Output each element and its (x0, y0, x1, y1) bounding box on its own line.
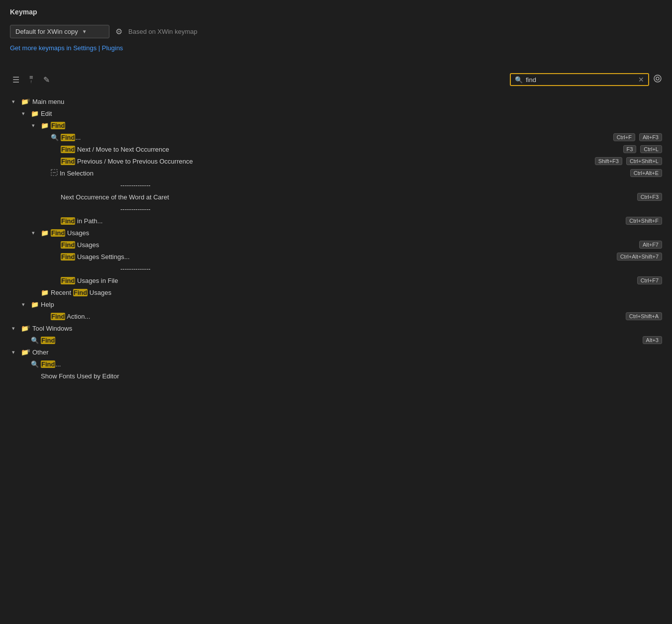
tree-row[interactable]: 🔍FindAlt+3 (10, 334, 662, 346)
shortcut-badge: Ctrl+F7 (637, 276, 662, 284)
chevron-icon[interactable]: ▾ (32, 122, 39, 129)
chevron-icon[interactable]: ▾ (12, 98, 19, 105)
folder-icon: 📁 (41, 289, 49, 296)
tree-row[interactable]: ▾📁⊞Tool Windows (10, 322, 662, 334)
tree-row-shortcuts: Ctrl+Alt+Shift+7 (615, 253, 662, 261)
tree-row-label: Find... (61, 134, 81, 141)
chevron-icon[interactable]: ▾ (32, 230, 39, 236)
chevron-icon[interactable]: ▾ (12, 349, 19, 356)
tree-row[interactable]: Find UsagesAlt+F7 (10, 239, 662, 251)
collapse-all-button[interactable]: ≡ ↑ (27, 73, 36, 87)
tree-row-shortcuts: F3Ctrl+L (621, 145, 663, 153)
tree-row[interactable]: Find in Path...Ctrl+Shift+F (10, 215, 662, 227)
folder-icon: 📁 (31, 301, 39, 308)
search-box: 🔍 ✕ (510, 73, 649, 86)
tree-row-left: Find Usages Settings... (10, 253, 615, 261)
tree-row[interactable]: ▾📁⊞Other (10, 346, 662, 358)
chevron-icon[interactable]: ▾ (12, 325, 19, 332)
tree-row[interactable]: ▾📁Help (10, 298, 662, 310)
tree-row-shortcuts: Ctrl+F7 (635, 276, 662, 284)
tree-row-left: ▾📁⊞Tool Windows (10, 325, 662, 332)
tree-row-left: Find Next / Move to Next Occurrence (10, 146, 621, 153)
tree-row-label: -------------- (120, 265, 151, 272)
chevron-icon[interactable]: ▾ (22, 110, 29, 117)
tree-row-left: 🔍Find... (10, 360, 662, 368)
tree-row-label: Recent Find Usages (51, 289, 111, 296)
find-options-button[interactable] (653, 74, 662, 85)
tree-row-label: Find... (41, 360, 61, 368)
tree-row-left: -------------- (70, 265, 662, 272)
tree-row-label: Edit (41, 110, 52, 117)
tree-row[interactable]: ▾📁Edit (10, 107, 662, 119)
tree-container: ▾📁⊞Main menu▾📁Edit▾📁Find🔍Find...Ctrl+FAl… (10, 95, 662, 382)
tree-row-shortcuts: Ctrl+Shift+F (624, 217, 662, 225)
tree-row[interactable]: Next Occurrence of the Word at CaretCtrl… (10, 191, 662, 203)
tree-row-shortcuts: Ctrl+F3 (635, 193, 662, 201)
tree-row[interactable]: Show Fonts Used by Editor (10, 370, 662, 382)
shortcut-badge: Alt+3 (643, 336, 662, 344)
tree-row[interactable]: 📁Recent Find Usages (10, 286, 662, 298)
tree-row-label: Main menu (32, 98, 64, 105)
keymap-dropdown-label: Default for XWin copy (15, 28, 78, 35)
folder-icon: 📁⊞ (21, 349, 30, 356)
tree-row-label: -------------- (120, 181, 151, 189)
expand-all-button[interactable]: ☰ (10, 74, 22, 86)
svg-point-1 (656, 77, 659, 80)
shortcut-badge: Ctrl+Alt+E (630, 169, 662, 177)
chevron-icon[interactable]: ▾ (22, 301, 29, 308)
shortcut-badge: Ctrl+Shift+A (626, 312, 662, 320)
tree-row[interactable]: Find Usages in FileCtrl+F7 (10, 274, 662, 286)
search-item-icon: 🔍 (31, 360, 39, 368)
tree-row[interactable]: Find Next / Move to Next OccurrenceF3Ctr… (10, 143, 662, 155)
search-input[interactable] (526, 76, 635, 84)
tree-row-left: ▾📁Edit (10, 110, 662, 117)
tree-row[interactable]: -------------- (10, 203, 662, 215)
tree-row-label: Find Action... (51, 313, 90, 320)
shortcut-badge: Ctrl+F (613, 133, 635, 141)
collapse-all-icon: ≡ ↑ (29, 74, 33, 84)
find-options-icon (653, 74, 662, 83)
search-box-wrapper: 🔍 ✕ (510, 73, 662, 86)
keymap-dropdown[interactable]: Default for XWin copy ▼ (10, 25, 109, 38)
folder-icon: 📁 (41, 229, 49, 237)
tree-row-label: In Selection (60, 170, 94, 177)
tree-row-left: Find Action... (10, 313, 624, 320)
tree-row[interactable]: 🔍Find...Ctrl+FAlt+F3 (10, 131, 662, 143)
tree-row[interactable]: Find Usages Settings...Ctrl+Alt+Shift+7 (10, 251, 662, 263)
tree-row[interactable]: Find Action...Ctrl+Shift+A (10, 310, 662, 322)
tree-row-left: ▾📁Find (10, 122, 662, 129)
tree-row-shortcuts: Alt+3 (641, 336, 662, 344)
plugin-link[interactable]: Get more keymaps in Settings | Plugins (10, 44, 123, 52)
tree-row-left: Find Previous / Move to Previous Occurre… (10, 158, 593, 165)
expand-all-icon: ☰ (12, 76, 19, 84)
tree-row-label: Find (41, 337, 55, 344)
tree-row[interactable]: ▾📁Find Usages (10, 227, 662, 239)
keymap-page: Keymap Default for XWin copy ▼ ⚙ Based o… (0, 0, 672, 390)
clear-search-button[interactable]: ✕ (638, 76, 644, 84)
tree-row-shortcuts: Shift+F3Ctrl+Shift+L (593, 157, 662, 165)
tree-row-label: Find Usages in File (61, 277, 118, 284)
tree-row-left: 🔍Find... (10, 134, 611, 141)
tree-row[interactable]: In SelectionCtrl+Alt+E (10, 167, 662, 179)
folder-icon: 📁 (31, 110, 39, 117)
tree-row-left: ▾📁Find Usages (10, 229, 662, 237)
folder-icon: 📁⊞ (21, 325, 30, 332)
tree-row-label: Tool Windows (32, 325, 72, 332)
tree-row-left: -------------- (70, 205, 662, 213)
tree-row-label: Next Occurrence of the Word at Caret (61, 193, 169, 201)
tree-row-left: 📁Recent Find Usages (10, 289, 662, 296)
edit-icon: ✎ (43, 76, 50, 84)
search-item-icon: 🔍 (51, 134, 59, 141)
edit-shortcut-button[interactable]: ✎ (41, 74, 52, 86)
tree-row-label: Find Usages Settings... (61, 253, 130, 261)
tree-row[interactable]: ▾📁Find (10, 119, 662, 131)
tree-row[interactable]: -------------- (10, 263, 662, 274)
tree-row-label: Find Next / Move to Next Occurrence (61, 146, 169, 153)
tree-row-left: -------------- (70, 181, 662, 189)
plugin-link-container: Get more keymaps in Settings | Plugins (10, 44, 662, 61)
tree-row[interactable]: -------------- (10, 179, 662, 191)
tree-row[interactable]: 🔍Find... (10, 358, 662, 370)
tree-row[interactable]: Find Previous / Move to Previous Occurre… (10, 155, 662, 167)
tree-row[interactable]: ▾📁⊞Main menu (10, 95, 662, 107)
keymap-settings-button[interactable]: ⚙ (113, 25, 124, 38)
